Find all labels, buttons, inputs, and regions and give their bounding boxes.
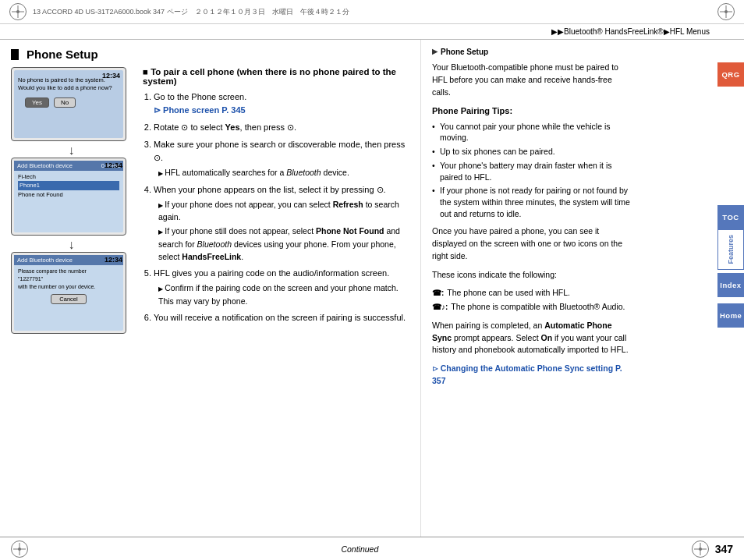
phone-btn-yes[interactable]: Yes <box>25 97 49 108</box>
instructions-area: ■ To pair a cell phone (when there is no… <box>143 67 409 328</box>
tip-3: Your phone's battery may drain faster wh… <box>432 160 630 183</box>
screen3-text: Please compare the number "1227791" with… <box>14 265 123 292</box>
features-label: Features <box>727 235 735 264</box>
section-title: Phone Setup <box>11 48 409 61</box>
instructions-heading: ■ To pair a cell phone (when there is no… <box>143 67 409 86</box>
footer-right: 347 <box>692 541 733 558</box>
step-1: Go to the Phone screen. ⊳ Phone screen P… <box>154 90 409 117</box>
icons-section: These icons indicate the following: ☎: T… <box>432 269 630 314</box>
screen2-list: Fi-tech Phone1 Phone not Found <box>14 171 123 200</box>
icon-row-2: ☎♪: The phone is compatible with Bluetoo… <box>432 301 630 314</box>
content-area: 12:34 No phone is paired to the system.W… <box>11 67 409 337</box>
crosshair-icon-tl <box>9 3 27 20</box>
side-tabs: QRG TOC Features Index Home <box>717 62 744 328</box>
icon-row-1: ☎: The phone can be used with HFL. <box>432 287 630 299</box>
crosshair-icon-bl <box>11 541 28 558</box>
right-column: ▶ Phone Setup Your Bluetooth-compatible … <box>421 40 639 537</box>
icon1-text: The phone can be used with HFL. <box>447 287 570 299</box>
header-file-info: 13 ACCORD 4D US-31T2A6000.book 347 ページ ２… <box>33 7 349 17</box>
phone-time-1: 12:34 <box>102 72 120 80</box>
main-content: Phone Setup 12:34 No phone is paired to … <box>0 40 744 537</box>
arrow-down-1: ↓ <box>11 144 132 157</box>
phone-screen-3: Add Bluetooth device Please compare the … <box>11 252 126 334</box>
paired-text: Once you have paired a phone, you can se… <box>432 225 630 262</box>
step-5: HFL gives you a pairing code on the audi… <box>154 267 409 307</box>
tips-title: Phone Pairing Tips: <box>432 105 630 118</box>
breadcrumb: ▶▶Bluetooth® HandsFreeLink®▶HFL Menus <box>0 24 744 40</box>
tab-toc[interactable]: TOC <box>717 205 744 229</box>
right-section-title: ▶ Phone Setup <box>432 46 630 58</box>
icon2-text: The phone is compatible with Bluetooth® … <box>451 301 625 314</box>
phone-time-3: 12:34 <box>105 256 122 264</box>
sync-link[interactable]: Changing the Automatic Phone Sync settin… <box>432 363 622 385</box>
phone-screen-2: Add Bluetooth device 0 items Fi-tech Pho… <box>11 158 126 236</box>
phone-btn-no[interactable]: No <box>54 97 76 108</box>
step-4-sub-1: If your phone does not appear, you can s… <box>154 198 409 224</box>
crosshair-icon-tr <box>717 3 735 20</box>
arrow-down-2: ↓ <box>11 239 132 251</box>
screen2-item-3: Phone not Found <box>18 190 119 199</box>
tips-list: You cannot pair your phone while the veh… <box>432 121 630 220</box>
step-2: Rotate ⊙ to select Yes, then press ⊙. <box>154 121 409 134</box>
tip-4: If your phone is not ready for pairing o… <box>432 185 630 219</box>
right-arrow-icon: ⊳ <box>432 364 441 373</box>
footer-left <box>11 541 28 558</box>
right-intro: Your Bluetooth-compatible phone must be … <box>432 62 630 98</box>
phone-audio-icon: ☎♪: <box>432 301 448 313</box>
left-column: Phone Setup 12:34 No phone is paired to … <box>0 40 421 537</box>
screen3-cancel-btn[interactable]: Cancel <box>51 294 86 304</box>
phone-buttons-1: Yes No <box>14 96 123 109</box>
step-5-sub: Confirm if the pairing code on the scree… <box>154 282 409 307</box>
screen2-item-2: Phone1 <box>18 181 119 190</box>
screen2-item-1: Fi-tech <box>18 172 119 181</box>
phone-screens-area: 12:34 No phone is paired to the system.W… <box>11 67 132 337</box>
footer: Continued 347 <box>0 537 744 560</box>
title-bar-decoration <box>11 49 19 60</box>
tab-index[interactable]: Index <box>717 273 744 297</box>
tab-home[interactable]: Home <box>717 303 744 328</box>
tip-2: Up to six phones can be paired. <box>432 146 630 158</box>
phone-screen-link[interactable]: ⊳ Phone screen P. 345 <box>154 105 246 115</box>
crosshair-icon-br <box>692 541 709 558</box>
step-3-sub: HFL automatically searches for a Bluetoo… <box>154 166 409 179</box>
footer-continued: Continued <box>28 544 692 554</box>
phone-icon: ☎: <box>432 287 444 299</box>
step-4-sub-2: If your phone still does not appear, sel… <box>154 225 409 263</box>
sync-text: When pairing is completed, an Automatic … <box>432 320 630 356</box>
top-header: 13 ACCORD 4D US-31T2A6000.book 347 ページ ２… <box>0 0 744 24</box>
phone-screen-1: 12:34 No phone is paired to the system.W… <box>11 67 126 141</box>
phone-time-2: 12:34 <box>105 161 122 169</box>
sync-link-container: ⊳ Changing the Automatic Phone Sync sett… <box>432 363 630 388</box>
icons-intro: These icons indicate the following: <box>432 269 630 282</box>
tip-1: You cannot pair your phone while the veh… <box>432 121 630 144</box>
step-6: You will receive a notification on the s… <box>154 311 409 324</box>
step-4: When your phone appears on the list, sel… <box>154 183 409 264</box>
step-3: Make sure your phone is search or discov… <box>154 138 409 179</box>
page-number: 347 <box>715 543 733 555</box>
instructions-list: Go to the Phone screen. ⊳ Phone screen P… <box>143 90 409 324</box>
tab-qrg[interactable]: QRG <box>717 62 744 87</box>
